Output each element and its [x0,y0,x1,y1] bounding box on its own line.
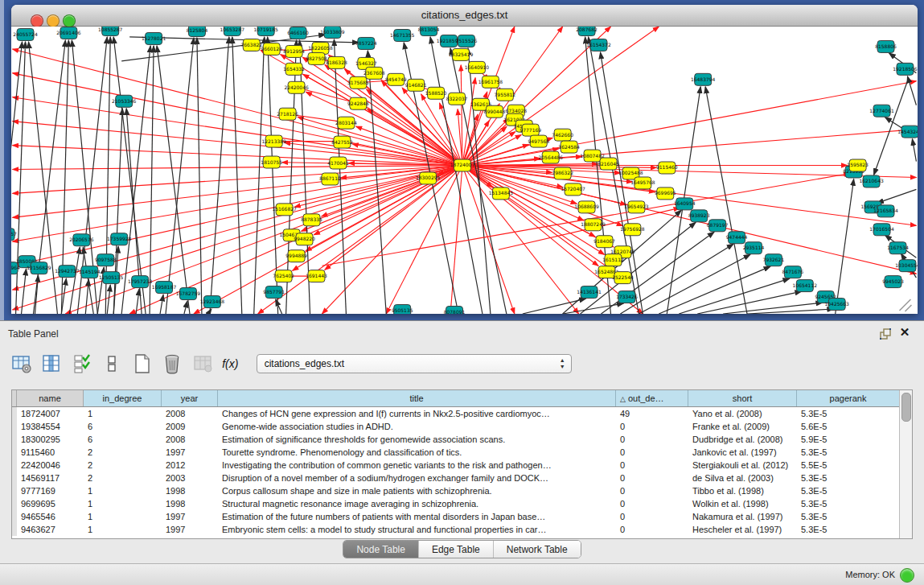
cell-title[interactable]: Embryonic stem cells: a model to study s… [218,523,616,536]
cell-out_degree[interactable]: 0 [616,446,688,459]
cell-pagerank[interactable]: 5.3E-5 [797,484,900,497]
cell-pagerank[interactable]: 5.9E-5 [797,433,900,446]
column-header-pagerank[interactable]: pagerank [797,390,900,406]
cell-in_degree[interactable]: 1 [84,407,162,420]
column-header-out_de[interactable]: △out_de… [616,390,688,406]
cell-out_degree[interactable]: 0 [616,472,688,484]
network-canvas[interactable]: 2405572420691406108552871527802181258041… [11,27,918,314]
table-row[interactable]: 946554611997Estimation of the future num… [12,510,900,523]
window-titlebar[interactable]: citations_edges.txt [11,5,918,27]
cell-pagerank[interactable]: 5.3E-5 [797,510,900,523]
cell-pagerank[interactable]: 5.3E-5 [797,523,900,536]
cell-name[interactable]: 14569117 [17,472,84,484]
cell-name[interactable]: 9115460 [17,446,84,459]
tab-node-table[interactable]: Node Table [343,541,419,558]
cell-short[interactable]: Hescheler et al. (1997) [688,523,797,536]
row-height-icon[interactable] [101,353,122,374]
function-builder-icon[interactable]: f(x) [222,357,246,370]
show-columns-icon[interactable] [41,353,62,374]
column-header-name[interactable]: name [17,390,84,406]
memory-status-icon[interactable] [900,568,914,583]
cell-in_degree[interactable]: 1 [84,523,162,536]
cell-out_degree[interactable]: 0 [616,420,688,433]
cell-name[interactable]: 18300295 [17,433,84,446]
cell-name[interactable]: 9699695 [17,497,84,510]
select-rows-icon[interactable] [72,353,92,374]
cell-short[interactable]: Dudbridge et al. (2008) [688,433,797,446]
table-selector[interactable]: citations_edges.txt ▲▼ [257,354,572,373]
cell-year[interactable]: 1998 [162,497,218,510]
cell-title[interactable]: Corpus callosum shape and size in male p… [218,484,616,497]
cell-name[interactable]: 19384554 [17,420,84,433]
cell-title[interactable]: Tourette syndrome. Phenomenology and cla… [218,446,616,459]
table-row[interactable]: 1456911722003Disruption of a novel membe… [12,472,900,484]
cell-pagerank[interactable]: 5.5E-5 [797,459,900,472]
cell-in_degree[interactable]: 6 [84,420,162,433]
table-row[interactable]: 911546021997Tourette syndrome. Phenomeno… [12,446,900,459]
table-options-icon[interactable] [11,353,32,374]
cell-in_degree[interactable]: 2 [84,446,162,459]
create-table-icon[interactable] [132,353,153,374]
cell-title[interactable]: Investigating the contribution of common… [218,459,616,472]
cell-name[interactable]: 9777169 [17,484,84,497]
cell-year[interactable]: 1998 [162,484,218,497]
cell-in_degree[interactable]: 2 [84,472,162,484]
cell-out_degree[interactable]: 49 [616,407,688,420]
cell-short[interactable]: Tibbo et al. (1998) [688,484,797,497]
scrollbar-thumb[interactable] [901,393,911,422]
cell-pagerank[interactable]: 5.3E-5 [797,407,900,420]
column-header-short[interactable]: short [688,390,797,406]
cell-title[interactable]: Disruption of a novel member of a sodium… [218,472,616,484]
cell-out_degree[interactable]: 0 [616,510,688,523]
float-panel-icon[interactable] [879,328,892,340]
cell-in_degree[interactable]: 1 [84,484,162,497]
cell-in_degree[interactable]: 1 [84,497,162,510]
column-header-in_degree[interactable]: in_degree [84,390,162,406]
cell-year[interactable]: 2003 [162,472,218,484]
cell-out_degree[interactable]: 0 [616,497,688,510]
tab-edge-table[interactable]: Edge Table [419,541,494,558]
tab-network-table[interactable]: Network Table [494,541,581,558]
cell-out_degree[interactable]: 0 [616,433,688,446]
cell-in_degree[interactable]: 1 [84,510,162,523]
table-row[interactable]: 1830029562008Estimation of significance … [12,433,900,446]
cell-short[interactable]: Jankovic et al. (1997) [688,446,797,459]
cell-year[interactable]: 2009 [162,420,218,433]
cell-title[interactable]: Estimation of significance thresholds fo… [218,433,616,446]
cell-year[interactable]: 1997 [162,446,218,459]
close-panel-icon[interactable]: ✕ [898,326,911,339]
cell-year[interactable]: 1997 [162,510,218,523]
table-row[interactable]: 946362711997Embryonic stem cells: a mode… [12,523,900,536]
cell-title[interactable]: Genome-wide association studies in ADHD. [218,420,616,433]
cell-out_degree[interactable]: 0 [616,459,688,472]
column-header-year[interactable]: year [162,390,218,406]
cell-name[interactable]: 22420046 [17,459,84,472]
cell-title[interactable]: Structural magnetic resonance image aver… [218,497,616,510]
column-header-title[interactable]: title [218,390,616,406]
cell-short[interactable]: Franke et al. (2009) [688,420,797,433]
table-row[interactable]: 969969511998Structural magnetic resonanc… [12,497,900,510]
cell-title[interactable]: Estimation of the future numbers of pati… [218,510,616,523]
table-row[interactable]: 1938455462009Genome-wide association stu… [12,420,900,433]
cell-in_degree[interactable]: 2 [84,459,162,472]
delete-table-icon[interactable] [162,353,183,374]
cell-pagerank[interactable]: 5.3E-5 [797,497,900,510]
cell-name[interactable]: 9465546 [17,510,84,523]
cell-short[interactable]: Nakamura et al. (1997) [688,510,797,523]
table-row[interactable]: 2242004622012Investigating the contribut… [12,459,900,472]
cell-short[interactable]: Stergiakouli et al. (2012) [688,459,797,472]
cell-pagerank[interactable]: 5.3E-5 [797,446,900,459]
cell-name[interactable]: 9463627 [17,523,84,536]
cell-year[interactable]: 2008 [162,407,218,420]
cell-short[interactable]: de Silva et al. (2003) [688,472,797,484]
table-row[interactable]: 1872400712008Changes of HCN gene express… [12,407,900,420]
vertical-scrollbar[interactable] [899,390,912,538]
cell-name[interactable]: 18724007 [17,407,84,420]
network-window[interactable]: citations_edges.txt 24055724206914061085… [11,5,918,314]
citation-network-graph[interactable]: 2405572420691406108552871527802181258041… [11,27,918,314]
cell-title[interactable]: Changes of HCN gene expression and I(f) … [218,407,616,420]
cell-pagerank[interactable]: 5.6E-5 [797,420,900,433]
cell-year[interactable]: 2008 [162,433,218,446]
cell-out_degree[interactable]: 0 [616,484,688,497]
cell-short[interactable]: Yano et al. (2008) [688,407,797,420]
